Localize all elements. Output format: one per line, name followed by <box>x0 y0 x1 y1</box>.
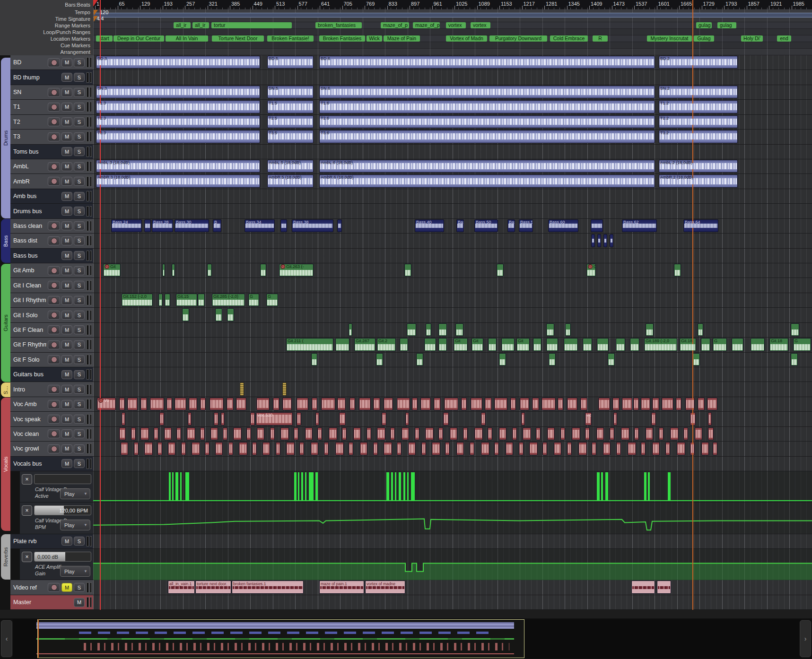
audio-region[interactable] <box>154 427 158 440</box>
audio-region[interactable] <box>541 398 556 410</box>
audio-region-bass-30[interactable]: Bass.30 <box>175 219 209 232</box>
audio-region[interactable] <box>670 427 679 440</box>
track-lane-git-i-rhythm[interactable]: Git.152 (-2,0Git.15Git.285 (-2,0)GG <box>93 293 812 308</box>
hide-lane-button[interactable]: × <box>22 552 32 562</box>
audio-region[interactable] <box>175 398 186 410</box>
audio-region[interactable] <box>616 442 621 455</box>
audio-region[interactable] <box>546 323 554 336</box>
mute-button[interactable]: M <box>61 325 72 334</box>
solo-button[interactable]: S <box>74 192 85 201</box>
audio-region[interactable] <box>494 398 507 410</box>
audio-region-t1-6[interactable]: T1.6 <box>319 100 655 113</box>
audio-region[interactable] <box>693 353 700 366</box>
audio-region[interactable] <box>324 442 329 455</box>
audio-region-bass-64[interactable]: Bass.64 <box>683 219 718 232</box>
track-lane-git-f-solo[interactable] <box>93 353 812 367</box>
mute-button[interactable]: M <box>61 429 72 438</box>
audio-region[interactable] <box>665 442 670 455</box>
track-header-bass-clean[interactable]: Bass cleanMS <box>10 219 93 234</box>
audio-region[interactable] <box>698 323 703 336</box>
audio-region[interactable] <box>567 442 572 455</box>
audio-region[interactable] <box>463 427 468 440</box>
audio-region[interactable] <box>424 338 436 351</box>
audio-region[interactable] <box>532 398 539 410</box>
audio-region[interactable] <box>189 398 197 410</box>
solo-button[interactable]: S <box>74 117 85 126</box>
audio-region-ambr-5-18-0db-[interactable]: AmbR.5 (18,0dB) <box>267 174 314 187</box>
audio-region-git-211-[interactable]: Git.211 ( <box>286 338 333 351</box>
record-enable-button[interactable] <box>48 400 60 409</box>
track-header-ambr[interactable]: AmbRMS <box>10 174 93 189</box>
audio-region[interactable] <box>159 412 164 425</box>
audio-region[interactable] <box>282 382 287 395</box>
audio-region[interactable] <box>150 398 164 410</box>
automation-event-bar[interactable] <box>298 472 299 500</box>
record-enable-button[interactable] <box>48 281 60 290</box>
audio-region[interactable] <box>140 398 147 410</box>
range-marker[interactable]: maze_of_p <box>413 22 440 28</box>
track-header-bass-dist[interactable]: Bass distMS <box>10 234 93 248</box>
audio-region[interactable] <box>674 264 681 277</box>
audio-region[interactable] <box>572 427 580 440</box>
audio-region-torture-next-door-[interactable]: torture next door. <box>195 581 231 593</box>
audio-region[interactable] <box>630 338 639 351</box>
location-marker[interactable]: Broken Fantasies <box>319 35 365 42</box>
track-header-git-i-solo[interactable]: Git I SoloMS <box>10 308 93 322</box>
audio-region-ambl-3-18-0db-[interactable]: AmbL.3 (18,0dB) <box>96 160 260 173</box>
audio-region[interactable] <box>438 338 447 351</box>
location-marker[interactable]: Mystery Inscrutat <box>647 35 692 42</box>
audio-region[interactable] <box>683 427 688 440</box>
track-lane-vocals-bus[interactable] <box>93 457 812 471</box>
audio-region[interactable] <box>262 442 270 455</box>
automation-event-bar[interactable] <box>180 472 182 500</box>
location-marker[interactable]: end <box>777 35 791 42</box>
audio-region-git-18[interactable]: Git.18 <box>680 338 696 351</box>
audio-region-bd-5[interactable]: BD.5 <box>267 56 314 69</box>
audio-region[interactable] <box>708 412 712 425</box>
audio-region[interactable] <box>542 442 547 455</box>
audio-region[interactable] <box>560 427 565 440</box>
track-lane-t1[interactable]: T1.3T1.5T1.6T1.2 <box>93 100 812 114</box>
audio-region[interactable] <box>585 427 590 440</box>
audio-region[interactable] <box>608 353 615 366</box>
track-header-voc-clean[interactable]: Voc cleanMS <box>10 427 93 442</box>
range-marker[interactable]: all_ir <box>174 22 191 28</box>
automation-event-bar[interactable] <box>403 472 405 500</box>
audio-region[interactable] <box>519 442 524 455</box>
audio-region[interactable] <box>641 398 650 410</box>
audio-region[interactable] <box>497 264 504 277</box>
audio-region[interactable] <box>701 442 709 455</box>
record-enable-button[interactable] <box>48 583 60 592</box>
audio-region[interactable] <box>536 427 541 440</box>
solo-button[interactable]: S <box>74 385 85 394</box>
record-enable-button[interactable] <box>48 162 60 171</box>
mute-button[interactable]: M <box>61 340 72 349</box>
audio-region-g[interactable]: G <box>793 338 811 351</box>
audio-region[interactable] <box>501 338 515 351</box>
solo-button[interactable]: S <box>74 236 85 245</box>
audio-region-ambr-3-18-0db-[interactable]: AmbR.3 (18,0dB) <box>96 174 260 187</box>
automation-mode-dropdown[interactable]: Play▼ <box>60 566 90 577</box>
audio-region[interactable] <box>610 234 613 247</box>
audio-region[interactable] <box>239 442 247 455</box>
mute-button[interactable]: M <box>61 251 72 260</box>
audio-region-bass-34[interactable]: Bass.34 <box>244 219 275 232</box>
audio-region[interactable] <box>349 398 355 410</box>
audio-region[interactable] <box>685 398 695 410</box>
automation-event-bar[interactable] <box>601 472 603 500</box>
track-lane-intro[interactable] <box>93 382 812 397</box>
timeline-area[interactable]: 1651291932573213854495135776417057698338… <box>93 0 812 610</box>
location-marker[interactable]: All In Vain <box>166 35 208 42</box>
summary-scroll-right-button[interactable]: › <box>800 620 811 657</box>
audio-region[interactable] <box>603 234 607 247</box>
audio-region[interactable] <box>223 427 227 440</box>
audio-region[interactable] <box>233 427 242 440</box>
audio-region[interactable] <box>405 412 409 425</box>
solo-button[interactable]: S <box>74 296 85 305</box>
automation-event-bar[interactable] <box>597 472 600 500</box>
track-header-git-f-clean[interactable]: Git F CleanMS <box>10 323 93 338</box>
audio-region[interactable] <box>791 323 799 336</box>
audio-region[interactable] <box>510 398 516 410</box>
audio-region[interactable] <box>438 323 447 336</box>
audio-region[interactable] <box>335 442 344 455</box>
